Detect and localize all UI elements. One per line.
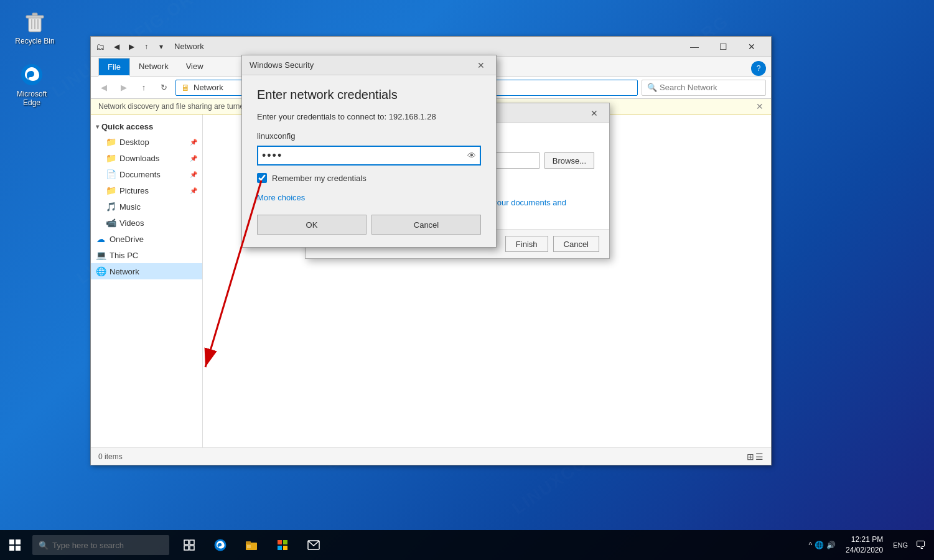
finish-btn[interactable]: Finish xyxy=(505,236,548,252)
list-view-icon[interactable]: ⊞ xyxy=(747,452,754,462)
forward-btn[interactable]: ▶ xyxy=(116,80,132,96)
remember-checkbox[interactable] xyxy=(257,173,267,183)
sidebar-desktop-label: Desktop xyxy=(119,138,149,147)
minimize-btn[interactable]: — xyxy=(680,37,709,57)
edge-icon xyxy=(19,62,44,87)
title-up-btn[interactable]: ↑ xyxy=(139,40,153,54)
remember-row: Remember my credentials xyxy=(257,173,481,183)
ok-button[interactable]: OK xyxy=(257,215,367,235)
taskbar-search-icon: 🔍 xyxy=(39,541,49,550)
title-recent-btn[interactable]: ▾ xyxy=(154,40,168,54)
refresh-btn[interactable]: ↻ xyxy=(156,80,172,96)
file-explorer-taskbar-btn[interactable] xyxy=(236,530,266,560)
sidebar-item-network[interactable]: 🌐 Network xyxy=(91,263,202,279)
svg-rect-11 xyxy=(9,546,14,551)
details-view-icon[interactable]: ☰ xyxy=(755,452,764,462)
title-forward-btn[interactable]: ▶ xyxy=(124,40,138,54)
svg-rect-23 xyxy=(278,546,282,550)
help-btn[interactable]: ? xyxy=(751,61,766,76)
address-folder-icon: 🖥 xyxy=(181,83,190,93)
sidebar-network-label: Network xyxy=(110,267,139,276)
map-dialog-close[interactable]: ✕ xyxy=(587,106,602,121)
sidebar-item-this-pc[interactable]: 💻 This PC xyxy=(91,247,202,263)
up-btn[interactable]: ↑ xyxy=(136,80,152,96)
explorer-titlebar: 🗂 ◀ ▶ ↑ ▾ Network — ☐ ✕ xyxy=(91,37,771,57)
notification-center-btn[interactable]: 🗨 xyxy=(913,539,929,552)
taskbar-pinned-icons xyxy=(174,530,329,560)
svg-rect-1 xyxy=(26,16,44,18)
edge-taskbar-btn[interactable] xyxy=(205,530,235,560)
sidebar-music-label: Music xyxy=(119,202,141,212)
taskbar-search-input[interactable] xyxy=(52,541,158,550)
sidebar-item-downloads[interactable]: 📁 Downloads 📌 xyxy=(91,150,202,166)
edge-label: Microsoft Edge xyxy=(9,90,54,108)
quick-access-label: Quick access xyxy=(101,122,153,131)
maximize-btn[interactable]: ☐ xyxy=(709,37,737,57)
title-back-btn[interactable]: ◀ xyxy=(110,40,123,54)
network-tray-icon[interactable]: 🌐 xyxy=(815,541,824,549)
quick-access-header[interactable]: ▾ Quick access xyxy=(91,119,202,134)
sidebar-documents-label: Documents xyxy=(119,170,161,179)
sidebar-this-pc-label: This PC xyxy=(110,251,138,260)
sidebar-item-videos[interactable]: 📹 Videos xyxy=(91,215,202,231)
security-dialog: Windows Security ✕ Enter network credent… xyxy=(241,55,497,248)
notification-close[interactable]: ✕ xyxy=(756,101,764,111)
more-choices-link[interactable]: More choices xyxy=(257,193,481,202)
security-dialog-close[interactable]: ✕ xyxy=(474,58,488,73)
svg-rect-16 xyxy=(190,546,194,550)
svg-rect-20 xyxy=(247,545,251,548)
task-view-btn[interactable] xyxy=(174,530,204,560)
sidebar-item-documents[interactable]: 📄 Documents 📌 xyxy=(91,166,202,182)
edge-desktop-icon[interactable]: Microsoft Edge xyxy=(9,62,54,108)
explorer-title: Network xyxy=(174,42,676,51)
notification-text: Network discovery and file sharing are t… xyxy=(98,102,255,111)
recycle-bin-desktop-icon[interactable]: Recycle Bin xyxy=(12,9,57,45)
close-btn[interactable]: ✕ xyxy=(737,37,766,57)
store-taskbar-btn[interactable] xyxy=(268,530,297,560)
pictures-folder-icon: 📁 xyxy=(106,185,116,195)
tab-file[interactable]: File xyxy=(98,58,130,77)
sidebar-onedrive-label: OneDrive xyxy=(110,235,144,244)
pictures-pin-icon: 📌 xyxy=(190,187,197,194)
sidebar-item-pictures[interactable]: 📁 Pictures 📌 xyxy=(91,182,202,198)
password-field-container: •••• 👁 xyxy=(257,146,481,166)
security-dialog-title: Windows Security xyxy=(250,60,474,70)
downloads-pin-icon: 📌 xyxy=(190,155,197,162)
network-icon: 🌐 xyxy=(96,266,106,276)
taskbar-clock[interactable]: 12:21 PM 24/02/2020 xyxy=(841,534,888,556)
volume-tray-icon[interactable]: 🔊 xyxy=(826,541,836,549)
search-box: 🔍 xyxy=(642,80,766,96)
search-input[interactable] xyxy=(660,83,753,92)
this-pc-icon: 💻 xyxy=(96,250,106,260)
tab-view[interactable]: View xyxy=(177,58,212,76)
security-dialog-titlebar: Windows Security ✕ xyxy=(242,55,496,75)
svg-rect-21 xyxy=(278,540,282,544)
quick-access-chevron: ▾ xyxy=(96,123,99,130)
svg-rect-13 xyxy=(184,540,189,544)
tray-expand-icon[interactable]: ^ xyxy=(808,541,812,549)
downloads-folder-icon: 📁 xyxy=(106,153,116,163)
desktop-pin-icon: 📌 xyxy=(190,139,197,146)
search-icon: 🔍 xyxy=(647,83,657,92)
svg-rect-15 xyxy=(184,546,189,550)
svg-rect-10 xyxy=(16,539,21,544)
map-cancel-btn[interactable]: Cancel xyxy=(553,236,599,252)
svg-rect-14 xyxy=(190,540,194,544)
lang-display[interactable]: ENG xyxy=(890,541,910,549)
tab-network[interactable]: Network xyxy=(130,58,177,76)
start-button[interactable] xyxy=(0,530,30,560)
back-btn[interactable]: ◀ xyxy=(96,80,112,96)
dialog-footer: OK Cancel xyxy=(257,215,481,235)
mail-taskbar-btn[interactable] xyxy=(299,530,329,560)
password-toggle-icon[interactable]: 👁 xyxy=(467,151,476,161)
status-text: 0 items xyxy=(98,452,123,461)
sidebar-videos-label: Videos xyxy=(119,218,144,228)
cancel-button[interactable]: Cancel xyxy=(371,215,481,235)
sidebar-pictures-label: Pictures xyxy=(119,186,149,195)
svg-rect-2 xyxy=(32,13,37,16)
sidebar-item-onedrive[interactable]: ☁ OneDrive xyxy=(91,231,202,247)
map-browse-btn[interactable]: Browse... xyxy=(544,152,594,169)
sidebar-item-music[interactable]: 🎵 Music xyxy=(91,198,202,215)
sidebar-item-desktop[interactable]: 📁 Desktop 📌 xyxy=(91,134,202,150)
documents-pin-icon: 📌 xyxy=(190,171,197,178)
